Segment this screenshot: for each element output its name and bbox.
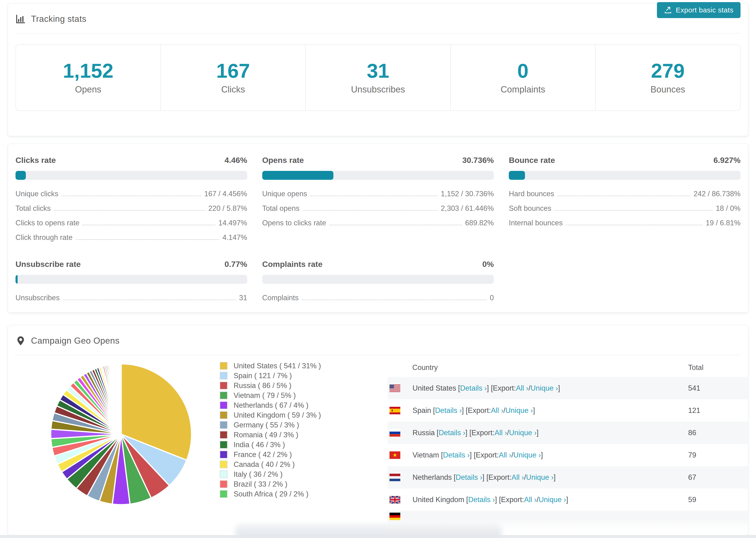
export-unique-link[interactable]: Unique ›: [513, 451, 541, 459]
legend-item: Romania ( 49 / 3% ): [220, 431, 321, 439]
rate-detail-list: Unique clicks 167 / 4.456% Total clicks …: [16, 190, 247, 242]
legend-color-swatch: [220, 372, 228, 380]
legend-item: United Kingdom ( 59 / 3% ): [220, 411, 321, 419]
legend-color-swatch: [220, 392, 228, 399]
export-all-link[interactable]: All ›: [495, 429, 507, 437]
legend-item: Brazil ( 33 / 2% ): [220, 480, 321, 488]
export-all-link[interactable]: All ›: [512, 473, 524, 482]
country-flag: [390, 429, 400, 437]
export-all-link[interactable]: All ›: [491, 406, 503, 415]
country-column-header: Country: [388, 363, 688, 372]
country-flag: [390, 512, 400, 520]
progress-bar-track: [262, 171, 494, 180]
geo-table: Country Total United States [Details ›] …: [388, 358, 748, 533]
map-pin-icon: [16, 336, 26, 346]
rate-block: Opens rate 30.736% Unique opens 1,152 / …: [262, 156, 494, 242]
rate-detail-value: 242 / 86.738%: [693, 190, 740, 198]
country-total: 541: [688, 384, 748, 393]
legend-item: Canada ( 40 / 2% ): [220, 460, 321, 468]
legend-item: Russia ( 86 / 5% ): [220, 382, 321, 389]
legend-color-swatch: [220, 421, 228, 429]
stat-card: 279 Bounces: [595, 45, 740, 110]
rate-block: Clicks rate 4.46% Unique clicks 167 / 4.…: [16, 156, 247, 242]
blurred-scrollbar-artifact: [235, 523, 503, 538]
bar-chart-icon: [16, 14, 26, 24]
export-unique-link[interactable]: Unique ›: [539, 496, 566, 504]
tracking-stats-header: Tracking stats Export basic stats: [16, 4, 740, 33]
legend-color-swatch: [220, 382, 228, 389]
legend-item: Spain ( 121 / 7% ): [220, 372, 321, 380]
details-link[interactable]: Details ›: [435, 406, 462, 415]
country-flag: [390, 452, 400, 459]
rate-detail-list: Unique opens 1,152 / 30.736% Total opens…: [262, 190, 494, 227]
rate-detail-row: Unique clicks 167 / 4.456%: [16, 190, 247, 198]
legend-label: Germany ( 55 / 3% ): [234, 421, 299, 429]
details-link[interactable]: Details ›: [460, 384, 487, 393]
export-unique-link[interactable]: Unique ›: [506, 406, 533, 415]
rate-title: Complaints rate: [262, 260, 323, 269]
table-row: Netherlands [Details ›] [Export: All › /…: [388, 466, 748, 488]
details-link[interactable]: Details ›: [439, 429, 465, 437]
rate-detail-value: 19 / 6.81%: [706, 219, 740, 227]
rate-detail-row: Opens to clicks rate 689.82%: [262, 219, 494, 227]
dotted-leader: [54, 210, 205, 211]
export-basic-stats-button[interactable]: Export basic stats: [657, 2, 740, 18]
dotted-leader: [303, 210, 437, 211]
rate-detail-value: 167 / 4.456%: [204, 190, 247, 198]
dotted-leader: [82, 225, 215, 225]
details-link[interactable]: Details ›: [468, 496, 495, 504]
stat-label: Clicks: [221, 84, 245, 95]
legend-label: Canada ( 40 / 2% ): [234, 460, 295, 469]
table-row: Spain [Details ›] [Export: All › / Uniqu…: [388, 399, 748, 422]
stat-value: 1,152: [63, 61, 113, 81]
rate-percentage: 0.77%: [225, 260, 247, 269]
legend-color-swatch: [220, 411, 228, 419]
country-flag: [390, 385, 400, 392]
rate-detail-row: Unique opens 1,152 / 30.736%: [262, 190, 494, 198]
rate-detail-label: Total opens: [262, 204, 299, 213]
progress-bar-fill: [16, 171, 26, 180]
export-unique-link[interactable]: Unique ›: [526, 473, 554, 482]
legend-item: South Africa ( 29 / 2% ): [220, 490, 321, 498]
rates-panel: Clicks rate 4.46% Unique clicks 167 / 4.…: [8, 144, 748, 313]
rate-percentage: 0%: [482, 260, 494, 269]
export-button-label: Export basic stats: [676, 6, 733, 14]
legend-color-swatch: [220, 441, 228, 449]
rate-title: Bounce rate: [509, 156, 555, 165]
rate-detail-value: 31: [239, 294, 247, 302]
export-all-link[interactable]: All ›: [524, 496, 536, 504]
rate-detail-label: Clicks to opens rate: [16, 219, 80, 227]
rate-detail-row: Internal bounces 19 / 6.81%: [509, 219, 740, 227]
legend-color-swatch: [220, 451, 228, 458]
rates-grid: Clicks rate 4.46% Unique clicks 167 / 4.…: [8, 144, 748, 302]
rate-detail-label: Hard bounces: [509, 190, 554, 198]
country-name: Netherlands: [412, 473, 452, 482]
dotted-leader: [329, 225, 462, 225]
legend-label: South Africa ( 29 / 2% ): [234, 490, 308, 498]
country-flag: [390, 496, 400, 504]
legend-label: Brazil ( 33 / 2% ): [234, 480, 287, 488]
rate-detail-row: Total clicks 220 / 5.87%: [16, 204, 247, 213]
rate-detail-row: Total opens 2,303 / 61.446%: [262, 204, 494, 213]
export-all-link[interactable]: All ›: [516, 384, 528, 393]
country-flag: [390, 407, 400, 414]
details-link[interactable]: Details ›: [456, 473, 482, 482]
export-unique-link[interactable]: Unique ›: [509, 429, 536, 437]
dotted-leader: [76, 239, 219, 240]
stat-value: 31: [367, 61, 389, 81]
table-row: United Kingdom [Details ›] [Export: All …: [388, 488, 748, 511]
details-link[interactable]: Details ›: [443, 451, 470, 459]
rate-block: Complaints rate 0% Complaints 0: [262, 260, 494, 302]
stat-card: 1,152 Opens: [16, 45, 160, 110]
export-all-link[interactable]: All ›: [499, 451, 512, 459]
dotted-leader: [302, 299, 486, 300]
rate-detail-label: Unsubscribes: [16, 294, 60, 302]
dotted-leader: [310, 195, 438, 196]
legend-item: Germany ( 55 / 3% ): [220, 421, 321, 429]
country-flag: [390, 474, 400, 481]
legend-color-swatch: [220, 362, 228, 370]
dotted-leader: [63, 299, 236, 300]
export-unique-link[interactable]: Unique ›: [531, 384, 558, 393]
stat-card: 31 Unsubscribes: [305, 45, 450, 110]
rate-percentage: 30.736%: [462, 156, 494, 165]
